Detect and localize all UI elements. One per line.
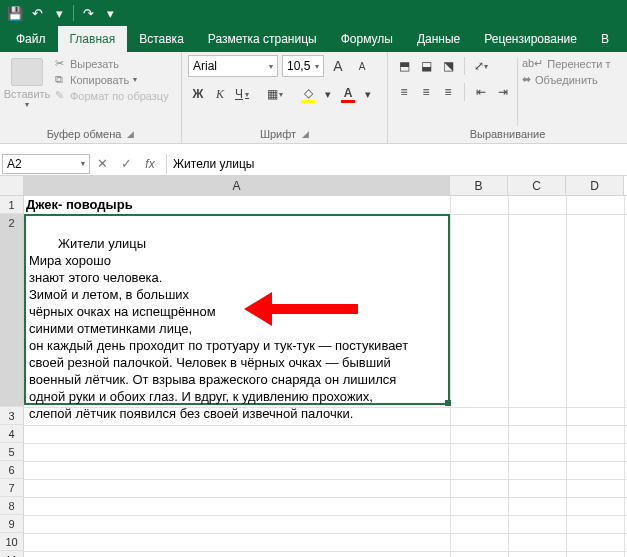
row-header[interactable]: 6 (0, 461, 24, 479)
wrap-icon: ab↵ (522, 57, 543, 70)
bucket-icon: ◇ (304, 86, 313, 100)
group-clipboard: Вставить ▾ ✂Вырезать ⧉Копировать▾ ✎Форма… (0, 52, 182, 143)
chevron-down-icon: ▾ (81, 159, 85, 168)
bold-button[interactable]: Ж (188, 83, 208, 105)
shrink-font-button[interactable]: A (352, 55, 372, 77)
tab-more[interactable]: В (589, 26, 621, 52)
fill-color-button[interactable]: ◇ (298, 83, 318, 105)
chevron-down-icon: ▾ (269, 62, 273, 71)
font-color-button[interactable]: А (338, 83, 358, 105)
ribbon-tabs: Файл Главная Вставка Разметка страницы Ф… (0, 26, 627, 52)
underline-button[interactable]: Ч▾ (232, 83, 252, 105)
wrap-text-button[interactable]: ab↵Перенести т (522, 57, 610, 70)
dialog-launcher-icon[interactable]: ◢ (302, 129, 309, 139)
merge-icon: ⬌ (522, 73, 531, 86)
undo-icon[interactable]: ↶ (26, 2, 48, 24)
col-header-b[interactable]: B (450, 176, 508, 195)
fill-handle[interactable] (445, 400, 451, 406)
tab-insert[interactable]: Вставка (127, 26, 196, 52)
paste-label: Вставить (4, 88, 51, 100)
formula-input[interactable] (166, 154, 627, 174)
tab-review[interactable]: Рецензирование (472, 26, 589, 52)
save-icon[interactable]: 💾 (4, 2, 26, 24)
fx-icon[interactable]: fx (138, 157, 162, 171)
enter-icon[interactable]: ✓ (114, 156, 138, 171)
col-header-a[interactable]: A (24, 176, 450, 195)
scissors-icon: ✂ (52, 57, 66, 70)
group-font-label: Шрифт (260, 128, 296, 140)
worksheet-grid[interactable]: A B C D 1 2 3 4 5 6 7 8 9 10 11 (0, 176, 627, 557)
cell-a1[interactable]: Джек- поводырь (24, 196, 450, 214)
dialog-launcher-icon[interactable]: ◢ (127, 129, 134, 139)
row-header[interactable]: 4 (0, 425, 24, 443)
brush-icon: ✎ (52, 89, 66, 102)
align-middle-button[interactable]: ⬓ (416, 55, 436, 77)
row-header[interactable]: 5 (0, 443, 24, 461)
cut-button[interactable]: ✂Вырезать (52, 57, 169, 70)
copy-icon: ⧉ (52, 73, 66, 86)
tab-data[interactable]: Данные (405, 26, 472, 52)
formula-bar: A2▾ ✕ ✓ fx (0, 152, 627, 176)
tab-home[interactable]: Главная (58, 26, 128, 52)
tab-file[interactable]: Файл (4, 26, 58, 52)
align-center-button[interactable]: ≡ (416, 81, 436, 103)
col-header-d[interactable]: D (566, 176, 624, 195)
redo-icon[interactable]: ↷ (77, 2, 99, 24)
row-header[interactable]: 8 (0, 497, 24, 515)
row-header[interactable]: 1 (0, 196, 24, 214)
ribbon: Вставить ▾ ✂Вырезать ⧉Копировать▾ ✎Форма… (0, 52, 627, 144)
group-clipboard-label: Буфер обмена (47, 128, 122, 140)
row-header[interactable]: 2 (0, 214, 24, 407)
clipboard-icon (11, 58, 43, 86)
orientation-button[interactable]: ⤢▾ (471, 55, 491, 77)
row-header[interactable]: 11 (0, 551, 24, 557)
chevron-down-icon: ▾ (315, 62, 319, 71)
chevron-down-icon: ▾ (25, 100, 29, 109)
format-painter-button[interactable]: ✎Формат по образцу (52, 89, 169, 102)
align-right-button[interactable]: ≡ (438, 81, 458, 103)
name-box[interactable]: A2▾ (2, 154, 90, 174)
quick-access-toolbar: 💾 ↶ ▾ ↷ ▾ (0, 0, 627, 26)
row-headers: 1 2 3 4 5 6 7 8 9 10 11 (0, 196, 24, 557)
grow-font-button[interactable]: A (328, 55, 348, 77)
copy-button[interactable]: ⧉Копировать▾ (52, 73, 169, 86)
cell-text: Жители улицы Мира хорошо знают этого чел… (29, 236, 408, 421)
align-top-button[interactable]: ⬒ (394, 55, 414, 77)
tab-pagelayout[interactable]: Разметка страницы (196, 26, 329, 52)
font-size-combo[interactable]: 10,5▾ (282, 55, 324, 77)
row-header[interactable]: 9 (0, 515, 24, 533)
paste-button[interactable]: Вставить ▾ (6, 55, 48, 128)
increase-indent-button[interactable]: ⇥ (493, 81, 513, 103)
select-all-corner[interactable] (0, 176, 24, 195)
col-header-c[interactable]: C (508, 176, 566, 195)
cell-a2-editing[interactable]: Жители улицы Мира хорошо знают этого чел… (24, 214, 450, 405)
row-header[interactable]: 7 (0, 479, 24, 497)
borders-button[interactable]: ▦▾ (265, 83, 285, 105)
cancel-icon[interactable]: ✕ (90, 156, 114, 171)
group-alignment-label: Выравнивание (470, 128, 546, 140)
align-left-button[interactable]: ≡ (394, 81, 414, 103)
align-bottom-button[interactable]: ⬔ (438, 55, 458, 77)
merge-button[interactable]: ⬌Объединить (522, 73, 610, 86)
row-header[interactable]: 10 (0, 533, 24, 551)
tab-formulas[interactable]: Формулы (329, 26, 405, 52)
undo-more-icon[interactable]: ▾ (48, 2, 70, 24)
decrease-indent-button[interactable]: ⇤ (471, 81, 491, 103)
group-alignment: ⬒ ⬓ ⬔ ⤢▾ ≡ ≡ ≡ ⇤ ⇥ ab↵Перенести т (388, 52, 627, 143)
group-font: Arial▾ 10,5▾ A A Ж К Ч▾ ▦▾ ◇▾ А▾ Шрифт◢ (182, 52, 388, 143)
font-name-combo[interactable]: Arial▾ (188, 55, 278, 77)
italic-button[interactable]: К (210, 83, 230, 105)
qat-customize-icon[interactable]: ▾ (99, 2, 121, 24)
row-header[interactable]: 3 (0, 407, 24, 425)
